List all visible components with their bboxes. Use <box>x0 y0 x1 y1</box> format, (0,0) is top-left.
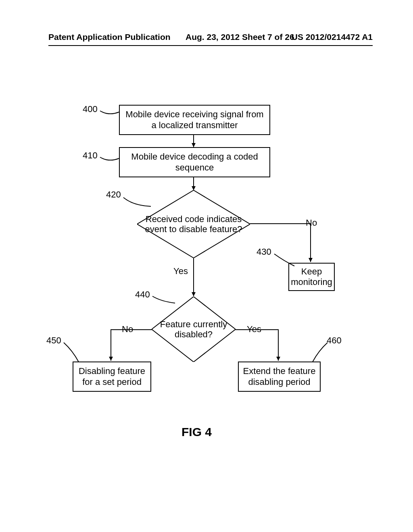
decision-440: Feature currently disabled? <box>152 297 236 362</box>
process-410-text: Mobile device decoding a coded sequence <box>122 152 267 173</box>
ref-460: 460 <box>327 335 342 346</box>
ref-440: 440 <box>135 289 150 300</box>
ref-450: 450 <box>46 335 61 346</box>
header-left: Patent Application Publication <box>48 32 171 42</box>
figure-label: FIG 4 <box>181 425 212 439</box>
process-460-text: Extend the feature disabling period <box>241 366 317 387</box>
process-400-text: Mobile device receiving signal from a lo… <box>122 109 267 131</box>
connectors <box>0 0 413 532</box>
header-rule <box>48 45 373 46</box>
process-430-text: Keep monitoring <box>291 266 332 288</box>
decision-420-text: Received code indicates event to disable… <box>137 190 250 258</box>
edge-420-yes: Yes <box>173 266 188 276</box>
process-450: Disabling feature for a set period <box>73 362 151 392</box>
ref-420: 420 <box>106 189 121 200</box>
edge-420-no: No <box>306 218 317 228</box>
process-430: Keep monitoring <box>288 263 335 291</box>
process-410: Mobile device decoding a coded sequence <box>119 147 270 177</box>
edge-440-no: No <box>122 324 133 335</box>
process-400: Mobile device receiving signal from a lo… <box>119 105 270 135</box>
ref-430: 430 <box>257 247 271 257</box>
header-right: US 2012/0214472 A1 <box>292 32 373 42</box>
page: Patent Application Publication Aug. 23, … <box>0 0 413 532</box>
ref-410: 410 <box>83 150 98 161</box>
process-450-text: Disabling feature for a set period <box>76 366 148 387</box>
process-460: Extend the feature disabling period <box>238 362 321 392</box>
edge-440-yes: Yes <box>247 324 261 335</box>
ref-400: 400 <box>83 104 98 114</box>
header-center: Aug. 23, 2012 Sheet 7 of 26 <box>186 32 294 42</box>
decision-440-text: Feature currently disabled? <box>152 297 236 362</box>
decision-420: Received code indicates event to disable… <box>137 190 250 258</box>
